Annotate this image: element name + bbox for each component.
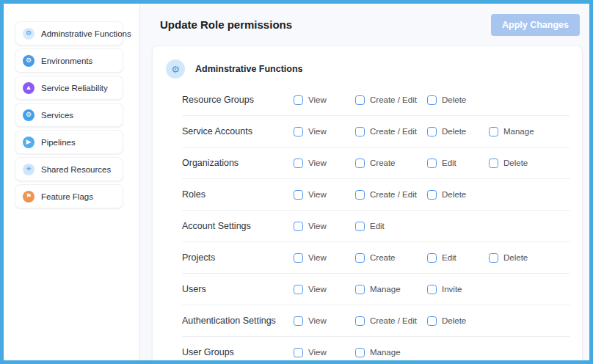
checkbox-label: Create / Edit (370, 316, 417, 325)
main-area: Update Role permissions Apply Changes ⚙ … (140, 4, 589, 360)
permission-row-label: Resource Groups (182, 95, 294, 105)
checkbox-delete[interactable] (427, 95, 437, 105)
sidebar-item-feature-flags[interactable]: ⚑ Feature Flags (15, 184, 123, 208)
permission-row-label: Users (182, 284, 294, 294)
permission-option: Manage (355, 285, 427, 294)
permission-option: Create (355, 253, 427, 263)
checkbox-delete[interactable] (427, 316, 437, 326)
checkbox-delete[interactable] (489, 159, 498, 168)
checkbox-view[interactable] (294, 95, 303, 105)
permission-row-label: Authentication Settings (182, 316, 294, 326)
permission-option: View (294, 348, 355, 357)
checkbox-label: Create (370, 253, 396, 262)
sidebar-item-shared-resources[interactable]: ✳ Shared Resources (15, 157, 123, 181)
sidebar-item-label: Pipelines (41, 138, 76, 147)
checkbox-create-edit[interactable] (355, 316, 365, 326)
checkbox-view[interactable] (294, 222, 303, 231)
permission-option: Manage (355, 348, 427, 357)
pipeline-icon: ▶ (23, 136, 34, 148)
permission-option: View (294, 222, 355, 231)
main-header: Update Role permissions Apply Changes (140, 4, 589, 46)
checkbox-edit[interactable] (427, 253, 437, 263)
permission-option: Create (355, 159, 427, 168)
permission-row-label: Service Accounts (182, 126, 294, 136)
permission-option: View (294, 95, 355, 105)
permission-row: Resource Groups ViewCreate / EditDelete (182, 84, 570, 116)
checkbox-delete[interactable] (427, 190, 437, 200)
checkbox-create[interactable] (355, 253, 365, 263)
sidebar-item-services[interactable]: ⚙ Services (15, 103, 123, 127)
permission-option: Delete (427, 127, 489, 136)
checkbox-label: View (308, 253, 327, 262)
sidebar-item-service-reliability[interactable]: ▲ Service Reliability (15, 76, 123, 100)
checkbox-manage[interactable] (355, 348, 365, 357)
checkbox-label: Edit (370, 222, 385, 230)
checkbox-delete[interactable] (489, 253, 498, 263)
permission-rows: Resource Groups ViewCreate / EditDelete … (182, 84, 570, 360)
permission-row: Organizations ViewCreateEditDelete (182, 148, 570, 179)
permission-option: View (294, 190, 355, 200)
checkbox-manage[interactable] (355, 285, 365, 294)
permission-option: Create / Edit (355, 127, 427, 136)
permission-option: Delete (427, 316, 489, 326)
permissions-card-title: Adminstrative Functions (195, 64, 303, 74)
checkbox-label: Delete (442, 127, 466, 136)
sidebar-item-administrative-functions[interactable]: ⚙ Adminstrative Functions (15, 21, 123, 46)
sidebar-item-label: Environments (41, 57, 92, 65)
permission-option: View (294, 285, 355, 294)
checkbox-label: View (308, 190, 327, 199)
permission-row: Roles ViewCreate / EditDelete (182, 179, 570, 211)
checkbox-view[interactable] (294, 127, 303, 136)
gear-icon: ⚙ (23, 109, 34, 121)
permission-option: Invite (427, 285, 489, 294)
apply-changes-button[interactable]: Apply Changes (491, 14, 580, 36)
permissions-card: ⚙ Adminstrative Functions Resource Group… (152, 46, 583, 360)
sidebar-item-label: Services (41, 111, 73, 120)
checkbox-label: Manage (370, 285, 401, 294)
checkbox-view[interactable] (294, 190, 303, 200)
gear-icon: ⚙ (166, 59, 185, 79)
checkbox-edit[interactable] (427, 159, 437, 168)
permission-option: Create / Edit (355, 316, 427, 326)
checkbox-view[interactable] (294, 316, 303, 326)
checkbox-label: View (308, 285, 327, 294)
permission-option: Delete (489, 253, 550, 263)
checkbox-label: Create (370, 159, 396, 167)
checkbox-create-edit[interactable] (355, 95, 365, 105)
permission-row-label: Roles (182, 189, 294, 200)
checkbox-view[interactable] (294, 253, 303, 263)
checkbox-create[interactable] (355, 159, 365, 168)
permission-option: Edit (427, 253, 489, 263)
permission-option: Delete (427, 190, 489, 200)
permission-row: User Groups ViewManage (182, 337, 570, 360)
checkbox-label: Invite (442, 285, 462, 294)
checkbox-label: Delete (442, 316, 466, 325)
sidebar-item-label: Feature Flags (41, 192, 93, 201)
checkbox-manage[interactable] (489, 127, 498, 136)
checkbox-label: Delete (442, 95, 466, 104)
checkbox-create-edit[interactable] (355, 190, 365, 200)
checkbox-edit[interactable] (355, 222, 365, 231)
flag-icon: ⚑ (23, 191, 34, 203)
checkbox-label: View (308, 127, 327, 136)
checkbox-label: Manage (370, 348, 401, 357)
checkbox-view[interactable] (294, 159, 303, 168)
checkbox-label: Delete (503, 159, 528, 167)
shield-icon: ▲ (23, 82, 34, 94)
permission-option: Delete (489, 159, 550, 168)
checkbox-view[interactable] (294, 285, 303, 294)
permission-option: Edit (427, 159, 489, 168)
checkbox-invite[interactable] (427, 285, 437, 294)
checkbox-label: View (308, 316, 327, 325)
gear-icon: ⚙ (23, 28, 34, 40)
checkbox-label: Create / Edit (370, 127, 417, 136)
sidebar-item-pipelines[interactable]: ▶ Pipelines (15, 130, 123, 154)
checkbox-label: View (308, 159, 327, 167)
sidebar-item-environments[interactable]: ⚙ Environments (15, 48, 123, 73)
checkbox-create-edit[interactable] (355, 127, 365, 136)
checkbox-view[interactable] (294, 348, 303, 357)
sidebar-item-label: Service Reliability (41, 84, 108, 92)
permission-row-label: Organizations (182, 158, 294, 168)
checkbox-delete[interactable] (427, 127, 437, 136)
permission-option: Edit (355, 222, 427, 231)
